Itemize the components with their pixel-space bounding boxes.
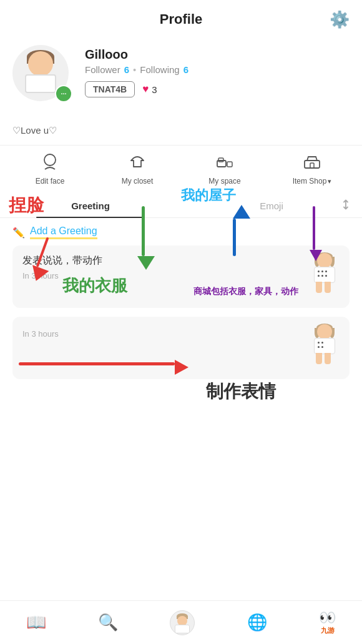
avatar-body (25, 74, 56, 93)
greeting-content: ✏️ Add a Greeting 发表说说，带动作 In 3 hours (0, 218, 362, 395)
bottom-nav-logo[interactable]: 👀 九游 (319, 610, 336, 635)
tag-row: TNAT4B ♥ 3 (85, 81, 350, 97)
mini-legs-2 (316, 353, 333, 364)
item-shop-icon (302, 152, 322, 174)
bottom-nav-book[interactable]: 📖 (26, 613, 46, 632)
tabs-row-wrap: Greeting Emoji (0, 194, 362, 218)
search-icon: 🔍 (98, 613, 118, 632)
post-time-2: In 3 hours (22, 329, 340, 339)
mini-leg-left (316, 282, 322, 293)
header: Profile ⚙️ (0, 0, 362, 39)
profile-info: Gillooo Follower 6 • Following 6 TNAT4B … (85, 45, 350, 97)
nav-icon-edit-face[interactable]: Edit face (6, 152, 94, 186)
edit-face-label: Edit face (36, 177, 65, 186)
mini-body (314, 267, 335, 283)
mini-dot (318, 275, 320, 277)
mini-dot (325, 275, 327, 277)
mini-dot (321, 342, 323, 344)
tabs-row: Greeting Emoji (0, 194, 362, 218)
username: Gillooo (85, 47, 350, 62)
sort-icon[interactable] (340, 199, 352, 214)
follow-separator: • (133, 64, 136, 75)
mini-dot (325, 270, 327, 272)
mini-body-2 (314, 338, 335, 354)
following-label: Following (140, 64, 179, 75)
tab-emoji[interactable]: Emoji (181, 194, 362, 217)
bottom-nav-globe[interactable]: 🌐 (247, 613, 267, 632)
mini-dot (318, 342, 320, 344)
bottom-nav: 📖 🔍 🌐 👀 九游 (0, 600, 362, 644)
mini-head (317, 253, 332, 268)
my-closet-label-en: My closet (122, 177, 154, 186)
page-title: Profile (160, 11, 202, 27)
globe-icon: 🌐 (247, 613, 267, 632)
mini-dot (318, 270, 320, 272)
tab-greeting[interactable]: Greeting (0, 194, 181, 217)
mini-leg-right-2 (325, 353, 331, 364)
item-shop-label-row: Item Shop ▾ (293, 177, 332, 186)
tag-badge: TNAT4B (85, 81, 135, 97)
item-shop-label: Item Shop (293, 177, 327, 186)
mini-leg-left-2 (316, 353, 322, 364)
mini-dot (318, 346, 320, 348)
svg-rect-5 (310, 163, 314, 168)
follow-row: Follower 6 • Following 6 (85, 64, 350, 75)
mini-dot (321, 275, 323, 277)
bio-section: ♡Love u♡ (0, 124, 362, 142)
nav-icon-my-closet[interactable]: 我的衣服 My closet (94, 152, 181, 186)
nav-icons-row: Edit face 我的衣服 My closet My space (0, 145, 362, 186)
logo-text: 九游 (321, 626, 335, 635)
my-space-icon (215, 152, 235, 174)
nav-avatar (170, 610, 195, 635)
add-greeting-row: ✏️ Add a Greeting (12, 225, 350, 239)
mini-figure-2 (306, 323, 343, 373)
mini-legs (316, 282, 333, 293)
mini-figure-1 (306, 252, 343, 302)
svg-rect-4 (305, 161, 320, 168)
svg-point-0 (44, 154, 56, 166)
my-space-label: My space (208, 177, 240, 186)
follower-count[interactable]: 6 (124, 64, 129, 75)
mini-head-2 (317, 324, 332, 339)
settings-icon[interactable]: ⚙️ (330, 10, 350, 29)
mini-dot (321, 270, 323, 272)
following-count[interactable]: 6 (183, 64, 188, 75)
edit-face-icon (40, 152, 60, 174)
nav-icon-my-space[interactable]: My space (181, 152, 268, 186)
logo-icon: 👀 (319, 610, 336, 626)
add-greeting-button[interactable]: Add a Greeting (30, 225, 97, 239)
heart-count: 3 (152, 84, 157, 95)
heart-row: ♥ 3 (142, 83, 157, 96)
my-closet-icon (127, 152, 147, 174)
nav-icon-item-shop[interactable]: Item Shop ▾ (268, 152, 356, 186)
post-time-1: In 3 hours (22, 271, 340, 280)
post-avatar-2 (306, 323, 343, 373)
post-text-1: 发表说说，带动作 (22, 254, 340, 267)
post-avatar-1 (306, 252, 343, 302)
svg-rect-3 (227, 162, 232, 167)
bottom-nav-avatar[interactable] (170, 610, 195, 635)
book-icon: 📖 (26, 613, 46, 632)
avatar-head (28, 51, 53, 76)
post-card-1[interactable]: 发表说说，带动作 In 3 hours (12, 245, 350, 308)
pencil-icon: ✏️ (12, 227, 25, 239)
item-shop-dropdown-icon: ▾ (328, 177, 331, 186)
avatar-wrap: ··· (12, 45, 75, 114)
mini-dot (321, 346, 323, 348)
svg-rect-2 (218, 158, 223, 162)
bottom-nav-search[interactable]: 🔍 (98, 613, 118, 632)
mini-leg-right (325, 282, 331, 293)
bio-text: ♡Love u♡ (12, 125, 57, 136)
profile-section: ··· Gillooo Follower 6 • Following 6 TNA… (0, 39, 362, 124)
online-badge: ··· (55, 85, 72, 102)
follower-label: Follower (85, 64, 120, 75)
heart-icon: ♥ (142, 83, 149, 96)
post-card-2[interactable]: In 3 hours (12, 317, 350, 379)
